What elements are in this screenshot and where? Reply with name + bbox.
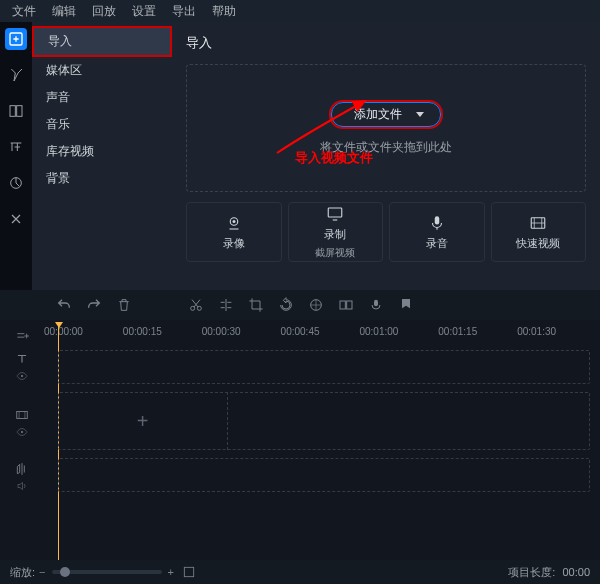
webcam-icon <box>225 214 243 232</box>
svg-rect-6 <box>329 208 343 217</box>
undo-icon[interactable] <box>56 297 72 313</box>
audio-track[interactable] <box>58 458 590 492</box>
cut-icon[interactable] <box>188 297 204 313</box>
menu-bar: 文件 编辑 回放 设置 导出 帮助 <box>0 0 600 22</box>
drop-zone[interactable]: 添加文件 将文件或文件夹拖到此处 导入视频文件 <box>186 64 586 192</box>
sidebar-item-backgrounds[interactable]: 背景 <box>32 165 172 192</box>
fit-icon[interactable] <box>182 565 196 579</box>
rotate-icon[interactable] <box>278 297 294 313</box>
add-file-button[interactable]: 添加文件 <box>331 102 441 127</box>
menu-help[interactable]: 帮助 <box>204 1 244 22</box>
eye-icon[interactable] <box>16 370 28 382</box>
audio-track-icon <box>15 462 29 476</box>
text-track-icon <box>15 352 29 366</box>
sidebar-item-import[interactable]: 导入 <box>32 26 172 57</box>
svg-rect-13 <box>347 301 352 309</box>
add-clip-placeholder[interactable]: + <box>58 392 228 450</box>
tool-rail <box>0 22 32 290</box>
menu-settings[interactable]: 设置 <box>124 1 164 22</box>
zoom-slider[interactable] <box>52 570 162 574</box>
zoom-label: 缩放: <box>10 565 35 580</box>
zoom-plus-icon[interactable]: + <box>168 566 174 578</box>
tool-import-icon[interactable] <box>5 28 27 50</box>
svg-point-15 <box>21 375 23 377</box>
menu-file[interactable]: 文件 <box>4 1 44 22</box>
add-track-icon <box>15 329 29 343</box>
track-head-video[interactable] <box>0 396 44 450</box>
action-record-webcam[interactable]: 录像 <box>186 202 282 262</box>
sidebar: 导入 媒体区 声音 音乐 库存视频 背景 <box>32 22 172 290</box>
action-sublabel: 截屏视频 <box>315 246 355 260</box>
time-ruler[interactable]: 00:00:0000:00:1500:00:3000:00:4500:01:00… <box>44 326 596 340</box>
timeline-toolbar <box>0 290 600 320</box>
add-file-label: 添加文件 <box>354 106 402 123</box>
eye-icon[interactable] <box>16 426 28 438</box>
film-icon <box>529 214 547 232</box>
action-row: 录像 录制 截屏视频 录音 快速视频 <box>186 202 586 262</box>
project-length-value: 00:00 <box>562 566 590 578</box>
tool-more-icon[interactable] <box>5 208 27 230</box>
content-title: 导入 <box>186 34 586 52</box>
action-label: 录制 <box>324 227 346 242</box>
record-vo-icon[interactable] <box>368 297 384 313</box>
chevron-down-icon <box>416 112 424 117</box>
action-record-audio[interactable]: 录音 <box>389 202 485 262</box>
track-head-audio[interactable] <box>0 462 44 492</box>
svg-rect-14 <box>374 300 378 307</box>
action-record-screen[interactable]: 录制 截屏视频 <box>288 202 384 262</box>
tool-transitions-icon[interactable] <box>5 100 27 122</box>
project-length-label: 项目长度: <box>508 566 555 578</box>
marker-icon[interactable] <box>398 297 414 313</box>
sidebar-item-stock[interactable]: 库存视频 <box>32 138 172 165</box>
split-icon[interactable] <box>218 297 234 313</box>
sidebar-item-music[interactable]: 音乐 <box>32 111 172 138</box>
svg-point-5 <box>232 220 235 223</box>
tool-stickers-icon[interactable] <box>5 172 27 194</box>
track-head-add[interactable] <box>0 326 44 346</box>
action-quick-video[interactable]: 快速视频 <box>491 202 587 262</box>
sidebar-item-sounds[interactable]: 声音 <box>32 84 172 111</box>
action-label: 快速视频 <box>516 236 560 251</box>
color-icon[interactable] <box>308 297 324 313</box>
action-label: 录像 <box>223 236 245 251</box>
redo-icon[interactable] <box>86 297 102 313</box>
svg-rect-1 <box>10 106 15 117</box>
timeline[interactable]: 00:00:0000:00:1500:00:3000:00:4500:01:00… <box>0 320 600 560</box>
video-track-icon <box>15 408 29 422</box>
svg-point-17 <box>21 431 23 433</box>
svg-rect-18 <box>184 567 193 576</box>
tool-titles-icon[interactable] <box>5 136 27 158</box>
track-head-text[interactable] <box>0 352 44 382</box>
svg-rect-2 <box>17 106 22 117</box>
speaker-icon[interactable] <box>16 480 28 492</box>
content-panel: 导入 添加文件 将文件或文件夹拖到此处 导入视频文件 录像 <box>172 22 600 290</box>
svg-rect-7 <box>435 216 440 224</box>
zoom-minus-icon[interactable]: − <box>39 566 45 578</box>
menu-edit[interactable]: 编辑 <box>44 1 84 22</box>
status-bar: 缩放: − + 项目长度: 00:00 <box>0 560 600 584</box>
menu-playback[interactable]: 回放 <box>84 1 124 22</box>
add-file-highlight: 添加文件 <box>329 100 443 129</box>
svg-rect-12 <box>340 301 345 309</box>
transition-icon[interactable] <box>338 297 354 313</box>
monitor-icon <box>326 205 344 223</box>
drop-hint: 将文件或文件夹拖到此处 <box>320 139 452 156</box>
delete-icon[interactable] <box>116 297 132 313</box>
svg-rect-16 <box>17 412 28 419</box>
crop-icon[interactable] <box>248 297 264 313</box>
action-label: 录音 <box>426 236 448 251</box>
text-track[interactable] <box>58 350 590 384</box>
tool-filters-icon[interactable] <box>5 64 27 86</box>
mic-icon <box>428 214 446 232</box>
sidebar-item-media[interactable]: 媒体区 <box>32 57 172 84</box>
menu-export[interactable]: 导出 <box>164 1 204 22</box>
